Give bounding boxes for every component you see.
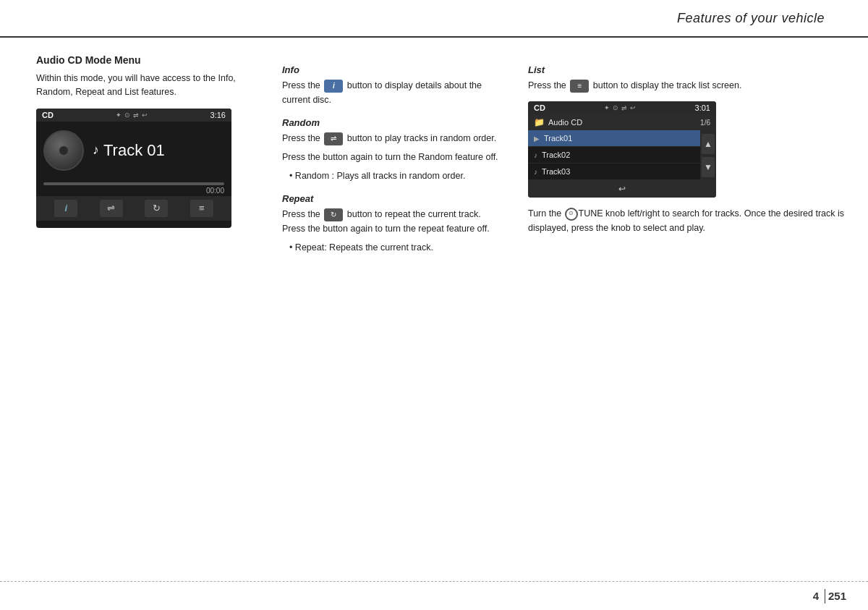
- random-icon: ⇌: [133, 111, 139, 119]
- cd-screen-icons: ✦ ⊙ ⇌ ↩: [116, 111, 148, 119]
- cd-footer-buttons: i ⇌ ↻ ≡: [36, 196, 231, 221]
- cd-list-random-icon: ⇌: [621, 104, 627, 111]
- cd-list-scroll-area: ▶ Track01 ♪ Track02 ♪ Track03 ▲ ▼: [528, 130, 716, 180]
- list-paragraph: Press the ≡ button to display the track …: [528, 78, 846, 93]
- music-note-icon: ♪: [93, 143, 99, 158]
- random-paragraph2: Press the button again to turn the Rando…: [282, 150, 499, 164]
- play-icon: ▶: [534, 135, 540, 143]
- info-text-before: Press the: [282, 80, 320, 90]
- cd-list-screen-icons: ✦ ⊙ ⇌ ↩: [604, 104, 636, 111]
- cd-screen-main: ♪ Track 01: [36, 122, 231, 179]
- content-area: Audio CD Mode Menu Within this mode, you…: [0, 40, 868, 581]
- random-text1-before: Press the: [282, 133, 320, 143]
- page-title: Features of your vehicle: [677, 11, 825, 26]
- random-footer-btn[interactable]: ⇌: [100, 200, 123, 217]
- left-section-heading: Audio CD Mode Menu: [36, 54, 253, 66]
- cd-page-info: 1/6: [700, 119, 710, 127]
- random-button-inline[interactable]: ⇌: [324, 132, 343, 145]
- music-icon-3: ♪: [534, 168, 537, 176]
- scroll-up-button[interactable]: ▲: [702, 134, 715, 154]
- repeat-heading: Repeat: [282, 193, 499, 204]
- back-arrow-icon: ↩: [618, 184, 626, 194]
- repeat-paragraph: Press the ↻ button to repeat the current…: [282, 207, 499, 236]
- repeat-footer-icon: ↻: [153, 203, 161, 213]
- progress-time: 00:00: [43, 187, 224, 195]
- list-footer-icon: ≡: [199, 203, 205, 213]
- list-button-inline[interactable]: ≡: [570, 80, 589, 93]
- footer-pagenum: 251: [828, 590, 846, 602]
- footer-divider: [825, 589, 825, 603]
- cd-list-back-icon: ↩: [630, 104, 636, 111]
- left-column: Audio CD Mode Menu Within this mode, you…: [36, 54, 268, 574]
- random-paragraph1: Press the ⇌ button to play tracks in ran…: [282, 131, 499, 145]
- list-item[interactable]: ▶ Track01: [528, 130, 700, 147]
- folder-icon: 📁: [534, 117, 545, 127]
- cd-time: 3:16: [210, 111, 226, 119]
- cd-list-header: CD ✦ ⊙ ⇌ ↩ 3:01: [528, 101, 716, 114]
- back-icon: ↩: [142, 111, 148, 119]
- cd-list-time: 3:01: [695, 103, 710, 112]
- bluetooth-icon: ✦: [116, 111, 122, 119]
- footer-bar: 4 251: [0, 581, 868, 610]
- header-bar: Features of your vehicle: [0, 0, 868, 38]
- footer-page: 4 251: [813, 589, 846, 603]
- list-heading: List: [528, 64, 846, 75]
- track2-name: Track02: [542, 151, 570, 159]
- cd-scroll-buttons: ▲ ▼: [700, 130, 716, 180]
- track3-name: Track03: [542, 167, 570, 176]
- random-text1-after: button to play tracks in random order.: [347, 133, 496, 143]
- repeat-bullet: Repeat: Repeats the current track.: [289, 240, 499, 255]
- progress-bar: [43, 182, 224, 185]
- list-footer-btn[interactable]: ≡: [190, 200, 213, 217]
- repeat-footer-btn[interactable]: ↻: [145, 200, 168, 217]
- scroll-down-button[interactable]: ▼: [702, 157, 715, 177]
- cd-subfolder-name: Audio CD: [548, 118, 582, 127]
- tune-paragraph: Turn the ⊙TUNE knob left/right to search…: [528, 206, 846, 235]
- list-text-after: button to display the track list screen.: [593, 80, 742, 90]
- repeat-button-inline[interactable]: ↻: [324, 208, 343, 221]
- random-bullet: Random : Plays all tracks in random orde…: [289, 169, 499, 183]
- cd-list-screen: CD ✦ ⊙ ⇌ ↩ 3:01 📁 Audio CD 1/6 ▶ Trac: [528, 101, 716, 198]
- list-item[interactable]: ♪ Track03: [528, 164, 700, 180]
- info-icon: i: [64, 203, 67, 213]
- cd-player-screen: CD ✦ ⊙ ⇌ ↩ 3:16 ♪ Track 01: [36, 109, 231, 228]
- tune-knob-icon: ⊙: [565, 208, 578, 221]
- footer-chapter: 4: [813, 590, 819, 602]
- track-name-text: Track 01: [103, 141, 165, 160]
- info-button-inline[interactable]: i: [324, 80, 343, 93]
- cd-list-tracks: ▶ Track01 ♪ Track02 ♪ Track03: [528, 130, 700, 180]
- cd-screen-header: CD ✦ ⊙ ⇌ ↩ 3:16: [36, 109, 231, 122]
- list-text-before: Press the: [528, 80, 566, 90]
- cd-list-label: CD: [534, 103, 545, 112]
- cd-list-subheader: 📁 Audio CD 1/6: [528, 114, 716, 130]
- music-icon-2: ♪: [534, 151, 537, 159]
- right-column: List Press the ≡ button to display the t…: [514, 54, 846, 574]
- cd-disc-graphic: [43, 130, 84, 171]
- left-body-text: Within this mode, you will have access t…: [36, 72, 253, 100]
- mid-column: Info Press the i button to display detai…: [268, 54, 514, 574]
- cd-list-back-row[interactable]: ↩: [528, 180, 716, 198]
- cd-track-name: ♪ Track 01: [93, 141, 165, 160]
- cd-list-bluetooth-icon: ✦: [604, 104, 610, 111]
- random-heading: Random: [282, 117, 499, 128]
- track1-name: Track01: [544, 134, 572, 143]
- random-footer-icon: ⇌: [107, 203, 115, 213]
- info-paragraph: Press the i button to display details ab…: [282, 78, 499, 107]
- repeat-text-before: Press the: [282, 209, 320, 219]
- list-item[interactable]: ♪ Track02: [528, 147, 700, 164]
- cd-label: CD: [42, 111, 54, 119]
- info-heading: Info: [282, 64, 499, 75]
- settings-icon: ⊙: [124, 111, 130, 119]
- info-footer-btn[interactable]: i: [54, 200, 77, 217]
- cd-list-settings-icon: ⊙: [613, 104, 618, 111]
- cd-progress-area: 00:00: [36, 179, 231, 196]
